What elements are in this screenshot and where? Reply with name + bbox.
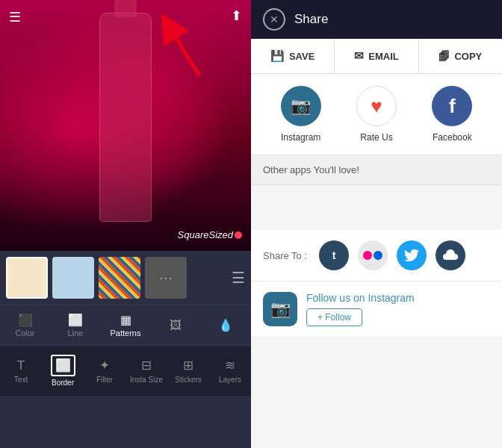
follow-text: Follow us on Instagram [306, 292, 415, 304]
share-to-label: Share To : [263, 250, 307, 261]
share-title: Share [294, 12, 328, 27]
facebook-icon: f [432, 86, 472, 126]
left-panel: ☰ ⬆ SquareSized ⋯ ☰ [0, 0, 251, 448]
flickr-pink-dot [363, 251, 372, 260]
hamburger-icon[interactable]: ☰ [9, 9, 21, 25]
spacer [251, 185, 502, 230]
twitter-icon [404, 249, 419, 261]
flickr-button[interactable] [358, 240, 388, 270]
tool-stickers[interactable]: ⊞ Stickers [167, 355, 209, 387]
follow-section: 📷 Follow us on Instagram + Follow [251, 281, 502, 337]
follow-button[interactable]: + Follow [306, 308, 362, 326]
copy-button[interactable]: 🗐 COPY [419, 39, 502, 73]
rateus-label: Rate Us [360, 132, 392, 143]
tab-bar: ⬛ Color ⬜ Line ▦ Patterns 🖼 💧 [0, 305, 251, 345]
list-icon[interactable]: ☰ [232, 269, 245, 287]
svg-line-1 [169, 26, 199, 75]
copy-icon: 🗐 [439, 50, 450, 63]
share-icon-top[interactable]: ⬆ [231, 7, 242, 24]
tab-drop[interactable]: 💧 [201, 315, 251, 335]
save-button[interactable]: 💾 SAVE [251, 39, 335, 73]
tool-filter[interactable]: ✦ Filter [84, 355, 126, 387]
tab-image[interactable]: 🖼 [151, 316, 201, 335]
texture-thumb-dark[interactable]: ⋯ [145, 257, 187, 299]
close-icon: ✕ [270, 13, 279, 25]
tab-patterns[interactable]: ▦ Patterns [100, 310, 150, 340]
tool-instasize[interactable]: ⊟ Insta Size [126, 355, 167, 387]
social-item-rateus[interactable]: ♥ Rate Us [356, 86, 397, 143]
texture-thumb-blue[interactable] [52, 257, 94, 299]
texture-thumb-cream[interactable] [6, 257, 48, 299]
other-apps-banner: Other apps You'll love! [251, 155, 502, 185]
watermark: SquareSized [178, 229, 242, 240]
texture-thumb-pattern[interactable] [99, 257, 140, 299]
instagram-label: Instagram [281, 132, 320, 143]
rateus-icon: ♥ [356, 86, 397, 126]
tool-border[interactable]: ⬜ Border [42, 352, 84, 390]
facebook-label: Facebook [433, 132, 472, 143]
instagram-icon: 📷 [281, 86, 321, 126]
social-section: 📷 Instagram ♥ Rate Us f Facebook [251, 74, 502, 155]
cloud-button[interactable] [436, 240, 465, 270]
twitter-button[interactable] [397, 240, 427, 270]
close-button[interactable]: ✕ [263, 8, 285, 31]
texture-strip: ⋯ ☰ [0, 251, 251, 305]
red-arrow [154, 15, 214, 90]
icon-tools-bar: T Text ⬜ Border ✦ Filter ⊟ Insta Size ⊞ … [0, 345, 251, 396]
share-header: ✕ Share [251, 0, 502, 39]
cloud-icon [443, 249, 458, 261]
social-item-instagram[interactable]: 📷 Instagram [281, 86, 321, 143]
action-bar: 💾 SAVE ✉ EMAIL 🗐 COPY [251, 39, 502, 74]
follow-content: Follow us on Instagram + Follow [306, 292, 415, 326]
bottom-toolbar: ⋯ ☰ ⬛ Color ⬜ Line ▦ Patterns 🖼 💧 [0, 251, 251, 448]
email-button[interactable]: ✉ EMAIL [335, 39, 418, 73]
flickr-blue-dot [374, 251, 382, 260]
right-panel: ✕ Share 💾 SAVE ✉ EMAIL 🗐 COPY 📷 Instagra… [251, 0, 502, 448]
photo-area: ☰ ⬆ SquareSized [0, 0, 251, 251]
follow-instagram-icon: 📷 [263, 292, 297, 326]
share-to-row: Share To : t [251, 230, 502, 281]
tool-layers[interactable]: ≋ Layers [209, 355, 251, 387]
tab-color[interactable]: ⬛ Color [0, 310, 50, 340]
social-item-facebook[interactable]: f Facebook [432, 86, 472, 143]
tumblr-button[interactable]: t [319, 240, 349, 270]
tool-text[interactable]: T Text [0, 355, 42, 387]
tab-line[interactable]: ⬜ Line [50, 310, 100, 340]
save-icon: 💾 [270, 49, 285, 63]
bottle-silhouette [99, 13, 152, 222]
email-icon: ✉ [354, 49, 364, 63]
